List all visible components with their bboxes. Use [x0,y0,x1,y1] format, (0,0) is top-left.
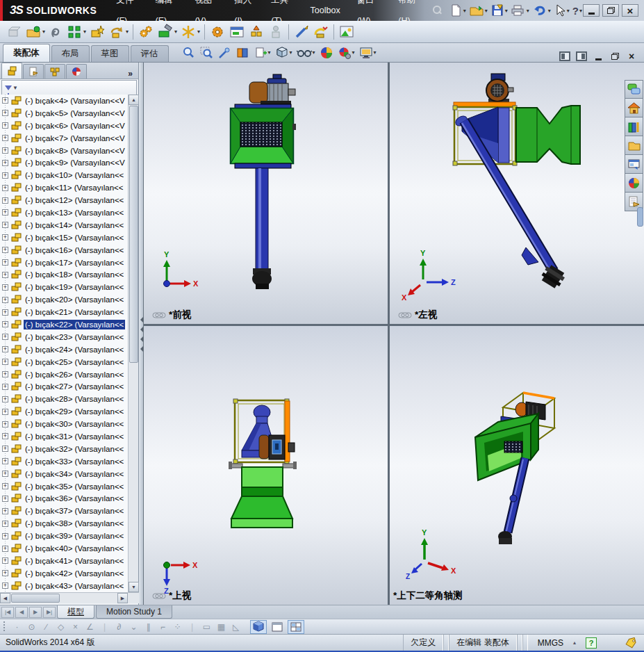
expand-icon[interactable]: + [2,458,8,464]
select-button[interactable]: ▾ [553,2,570,19]
polygon-snap-icon[interactable]: ◇ [53,622,68,632]
scroll-down-button[interactable]: ▼ [129,582,139,592]
open-part-button[interactable]: ▾ [24,22,47,42]
insert-component-button[interactable] [4,22,24,42]
point-snap-icon[interactable]: · [10,622,24,632]
file-explorer-tab[interactable] [625,136,643,155]
expand-icon[interactable]: + [2,557,8,564]
expand-icon[interactable]: + [2,259,8,266]
open-button[interactable]: ▾ [468,2,488,19]
design-library-tab[interactable] [625,117,643,136]
viewport-left[interactable]: Y Z X *左视 [390,63,644,324]
tab-model[interactable]: 模型 [57,605,94,619]
tree-item[interactable]: + (-) bıçak<22> (Varsayılan<< [0,318,129,331]
appearances-tab[interactable] [625,174,643,193]
tree-item[interactable]: + (-) bıçak<25> (Varsayılan<< [0,356,129,368]
length-snap-icon[interactable]: ▭ [199,622,214,632]
expand-icon[interactable]: + [2,122,8,129]
forum-tab[interactable] [625,80,643,99]
linear-pattern-button[interactable]: ▾ [65,22,88,42]
task-pane-scroll-sliver[interactable] [637,207,643,227]
tree-horizontal-scrollbar[interactable]: ◀ ▶ [0,592,139,603]
expand-icon[interactable]: + [2,97,8,104]
print-button[interactable]: ▾ [510,2,530,19]
scroll-thumb[interactable] [11,594,60,603]
expand-icon[interactable]: + [2,209,8,215]
tree-filter[interactable]: ▼ [1,80,137,95]
display-style-button[interactable]: ▾ [274,43,294,63]
tree-item[interactable]: + (-) bıçak<18> (Varsayılan<< [0,268,129,281]
render-button[interactable] [337,22,356,42]
tree-item[interactable]: + (-) bıçak<23> (Varsayılan<< [0,331,129,343]
view-orientation-sheet-button[interactable]: ▾ [252,43,272,63]
magnifying-glass-button[interactable] [216,43,233,63]
previous-tab-button[interactable]: ◀ [15,607,28,618]
expand-icon[interactable]: + [2,446,8,452]
explode-line-button[interactable] [266,22,286,42]
tab-motion-study[interactable]: Motion Study 1 [96,605,172,619]
expand-icon[interactable]: + [2,185,8,191]
motion-button[interactable] [136,22,156,42]
motion-study-button[interactable] [208,22,227,42]
expand-icon[interactable]: + [2,533,8,539]
expand-icon[interactable]: + [2,309,8,316]
expand-icon[interactable]: + [2,297,8,303]
expand-icon[interactable]: + [2,582,8,589]
tree-item[interactable]: + (-) bıçak<31> (Varsayılan<< [0,430,129,443]
viewport-front[interactable]: Y X *前视 [144,63,388,324]
tree-item[interactable]: + (-) bıçak<29> (Varsayılan<< [0,405,129,418]
expand-icon[interactable]: + [2,521,8,527]
last-tab-button[interactable]: ▶| [43,607,56,618]
tree-item[interactable]: + (-) bıçak<24> (Varsayılan<< [0,343,129,356]
single-view-button[interactable] [269,620,286,634]
expand-icon[interactable]: + [2,570,8,576]
expand-icon[interactable]: + [2,222,8,228]
tree-item[interactable]: + (-) bıçak<26> (Varsayılan<< [0,368,129,381]
viewport-top[interactable]: X Z *上视 [144,326,388,605]
shaded-view-button[interactable] [250,620,267,634]
tangent-snap-icon[interactable]: ∂ [112,622,126,632]
tree-item[interactable]: + (-) bıçak<34> (Varsayılan<< [0,468,129,480]
restore-button[interactable] [602,4,619,17]
document-minimize-button[interactable] [593,51,604,62]
view-settings-button[interactable]: ▾ [358,43,378,63]
expand-icon[interactable]: + [2,496,8,502]
line-snap-icon[interactable]: ∕ [39,622,53,632]
expand-icon[interactable]: + [2,321,8,327]
zoom-area-button[interactable] [198,43,215,63]
angle-grid-icon[interactable]: ◺ [229,622,243,632]
command-tab[interactable]: 装配体 [3,44,50,62]
first-tab-button[interactable]: |◀ [1,607,14,618]
panel-splitter[interactable] [139,63,144,605]
hide-show-items-button[interactable]: ▾ [295,43,317,63]
scroll-right-button[interactable]: ▶ [117,593,128,603]
expand-icon[interactable]: + [2,346,8,352]
expand-icon[interactable]: + [2,334,8,340]
center-snap-icon[interactable]: ⊙ [24,622,39,632]
close-button[interactable]: × [622,4,638,17]
sketch-button[interactable] [292,22,311,42]
expand-icon[interactable]: + [2,147,8,154]
tree-item[interactable]: + (-) bıçak<19> (Varsayılan<< [0,281,129,293]
tree-item[interactable]: + (-) bıçak<20> (Varsayılan<< [0,293,129,306]
next-tab-button[interactable]: ▶ [29,607,42,618]
tree-item[interactable]: + (-) bıçak<9> (Varsayılan<<V [0,156,129,169]
minimize-button[interactable] [583,4,600,17]
points-snap-icon[interactable]: ⁘ [170,622,185,632]
command-tab[interactable]: 布局 [51,45,90,62]
next-pane-button[interactable] [576,51,587,61]
tree-item[interactable]: + (-) bıçak<35> (Varsayılan<< [0,480,129,493]
tree-item[interactable]: + (-) bıçak<16> (Varsayılan<< [0,244,129,256]
expand-icon[interactable]: + [2,247,8,253]
expand-icon[interactable]: + [2,172,8,179]
document-close-button[interactable]: × [626,51,637,62]
expand-icon[interactable]: + [2,272,8,278]
apply-scene-button[interactable]: ▾ [336,43,356,63]
save-button[interactable]: ▾ [490,2,509,19]
tree-item[interactable]: + (-) bıçak<32> (Varsayılan<< [0,443,129,455]
tree-item[interactable]: + (-) bıçak<10> (Varsayılan<< [0,169,129,181]
expand-icon[interactable]: + [2,371,8,377]
grid-snap-icon[interactable]: ▦ [214,622,229,632]
tab-configuration-manager[interactable] [44,64,65,79]
four-view-button[interactable] [288,620,304,634]
